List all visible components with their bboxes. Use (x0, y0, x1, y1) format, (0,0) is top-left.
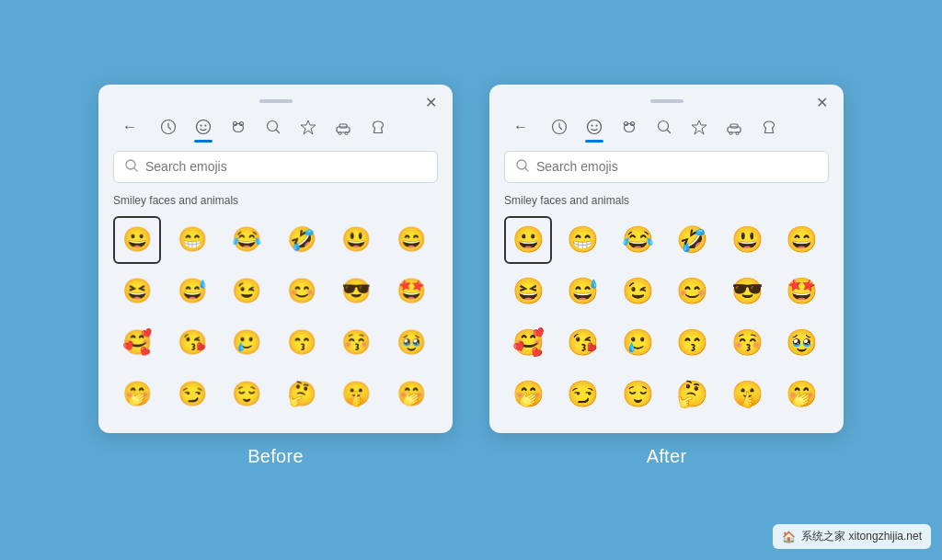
category-label-after: Smiley faces and animals (504, 194, 829, 207)
emoji-cell-1-after[interactable]: 😁 (559, 216, 607, 264)
emoji-cell-17-before[interactable]: 🥹 (387, 319, 435, 367)
emoji-cell-14-before[interactable]: 🥲 (223, 319, 270, 367)
nav-search-after[interactable] (651, 114, 677, 140)
emoji-cell-20-before[interactable]: 😌 (223, 371, 270, 418)
emoji-cell-0-after[interactable]: 😀 (504, 216, 552, 264)
nav-activities-before[interactable] (295, 114, 321, 140)
emoji-cell-2-after[interactable]: 😂 (614, 216, 661, 264)
emoji-cell-22-before[interactable]: 🤫 (332, 371, 380, 418)
svg-point-11 (339, 131, 341, 134)
emoji-grid-after: 😀 😁 😂 🤣 😃 😄 😆 😅 😉 😊 😎 🤩 🥰 😘 🥲 😙 😚 🥹 🤭 (504, 216, 829, 418)
svg-point-1 (197, 120, 211, 133)
emoji-cell-3-before[interactable]: 🤣 (278, 216, 326, 264)
search-input-before[interactable] (145, 159, 426, 174)
emoji-cell-15-after[interactable]: 😙 (669, 319, 717, 367)
emoji-cell-7-after[interactable]: 😅 (559, 268, 607, 315)
emoji-cell-3-after[interactable]: 🤣 (669, 216, 717, 264)
emoji-cell-4-after[interactable]: 😃 (723, 216, 771, 264)
emoji-cell-10-after[interactable]: 😎 (723, 268, 771, 315)
nav-symbols-after[interactable] (756, 114, 782, 140)
emoji-cell-9-after[interactable]: 😊 (669, 268, 717, 315)
drag-handle-after[interactable] (650, 99, 684, 103)
emoji-cell-6-before[interactable]: 😆 (113, 268, 161, 315)
emoji-cell-23-after[interactable]: 🤭 (778, 371, 826, 418)
emoji-cell-12-before[interactable]: 🥰 (113, 319, 161, 367)
emoji-cell-16-after[interactable]: 😚 (723, 319, 771, 367)
emoji-cell-7-before[interactable]: 😅 (168, 268, 216, 315)
nav-animals-after[interactable] (616, 114, 642, 140)
emoji-cell-5-after[interactable]: 😄 (778, 216, 826, 264)
nav-search-before[interactable] (260, 114, 286, 140)
after-label: After (647, 446, 687, 467)
emoji-cell-10-before[interactable]: 😎 (332, 268, 380, 315)
emoji-cell-21-before[interactable]: 🤔 (278, 371, 326, 418)
svg-point-27 (517, 160, 526, 169)
search-icon-before (125, 159, 138, 175)
nav-travel-after[interactable] (721, 114, 747, 140)
svg-point-2 (201, 124, 202, 126)
emoji-cell-19-before[interactable]: 😏 (168, 371, 216, 418)
svg-point-4 (234, 123, 244, 131)
close-button-before[interactable]: ✕ (421, 94, 440, 112)
emoji-cell-18-before[interactable]: 🤭 (113, 371, 161, 418)
emoji-cell-14-after[interactable]: 🥲 (614, 319, 661, 367)
emoji-cell-15-before[interactable]: 😙 (278, 319, 326, 367)
close-button-after[interactable]: ✕ (812, 94, 831, 112)
emoji-cell-8-after[interactable]: 😉 (614, 268, 661, 315)
emoji-cell-21-after[interactable]: 🤔 (669, 371, 717, 418)
emoji-cell-11-after[interactable]: 🤩 (778, 268, 826, 315)
nav-recent-after[interactable] (546, 114, 572, 140)
search-input-after[interactable] (536, 159, 817, 174)
emoji-cell-6-after[interactable]: 😆 (504, 268, 552, 315)
watermark-icon: 🏠 (782, 531, 796, 543)
emoji-cell-2-before[interactable]: 😂 (223, 216, 270, 264)
emoji-cell-23-before[interactable]: 🤭 (387, 371, 435, 418)
nav-symbols-before[interactable] (365, 114, 391, 140)
back-button-after[interactable]: ← (508, 114, 534, 140)
svg-point-17 (596, 124, 598, 126)
emoji-cell-1-before[interactable]: 😁 (168, 216, 216, 264)
nav-smiley-after[interactable] (581, 114, 607, 140)
search-box-after[interactable] (504, 151, 829, 183)
svg-point-3 (205, 124, 207, 126)
emoji-cell-9-before[interactable]: 😊 (278, 268, 326, 315)
emoji-cell-16-before[interactable]: 😚 (332, 319, 380, 367)
search-box-before[interactable] (113, 151, 438, 183)
emoji-cell-20-after[interactable]: 😌 (614, 371, 661, 418)
watermark: 🏠 系统之家 xitongzhijia.net (773, 524, 931, 549)
svg-point-26 (736, 131, 739, 134)
svg-point-18 (625, 123, 635, 131)
svg-point-13 (126, 160, 135, 169)
emoji-cell-19-after[interactable]: 😏 (559, 371, 607, 418)
emoji-cell-12-after[interactable]: 🥰 (504, 319, 552, 367)
emoji-cell-18-after[interactable]: 🤭 (504, 371, 552, 418)
svg-point-7 (268, 120, 278, 131)
nav-animals-before[interactable] (225, 114, 251, 140)
back-button-before[interactable]: ← (117, 114, 143, 140)
before-panel: ✕ ← (98, 85, 453, 433)
emoji-grid-before: 😀 😁 😂 🤣 😃 😄 😆 😅 😉 😊 😎 🤩 🥰 😘 🥲 😙 😚 🥹 🤭 (113, 216, 438, 418)
drag-handle-before[interactable] (259, 99, 293, 103)
emoji-cell-13-before[interactable]: 😘 (168, 319, 216, 367)
svg-point-15 (588, 120, 602, 133)
nav-bar-after: ← (504, 114, 829, 140)
emoji-cell-5-before[interactable]: 😄 (387, 216, 435, 264)
before-panel-wrapper: ✕ ← (98, 85, 453, 467)
emoji-cell-8-before[interactable]: 😉 (223, 268, 270, 315)
emoji-cell-17-after[interactable]: 🥹 (778, 319, 826, 367)
emoji-cell-4-before[interactable]: 😃 (332, 216, 380, 264)
emoji-cell-13-after[interactable]: 😘 (559, 319, 607, 367)
before-label: Before (247, 446, 304, 467)
nav-activities-after[interactable] (686, 114, 712, 140)
category-label-before: Smiley faces and animals (113, 194, 438, 207)
nav-recent-before[interactable] (155, 114, 181, 140)
emoji-cell-11-before[interactable]: 🤩 (387, 268, 435, 315)
nav-smiley-before[interactable] (190, 114, 216, 140)
emoji-cell-0-before[interactable]: 😀 (113, 216, 161, 264)
svg-point-12 (345, 131, 348, 134)
svg-marker-22 (692, 120, 706, 134)
emoji-cell-22-after[interactable]: 🤫 (723, 371, 771, 418)
svg-point-25 (729, 131, 732, 134)
nav-bar-before: ← (113, 114, 438, 140)
nav-travel-before[interactable] (330, 114, 356, 140)
